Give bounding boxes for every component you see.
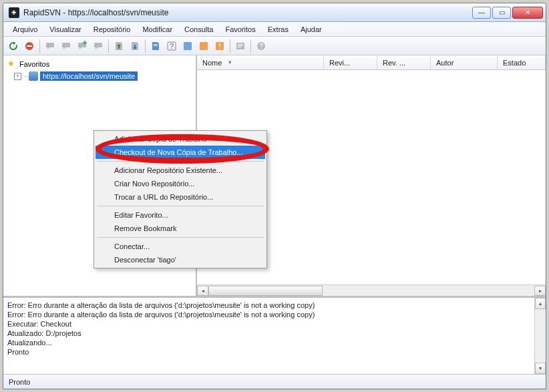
tree-node-label[interactable]: https://localhost/svn/meusite <box>40 71 138 81</box>
add-comment-icon[interactable] <box>75 39 89 53</box>
list-header: Nome Revi... Rev. ... Autor Estado <box>197 55 546 70</box>
horizontal-scrollbar[interactable]: ◂ ▸ <box>197 284 546 296</box>
context-separator <box>97 206 264 206</box>
top-panes: Favoritos + ⋯ https://localhost/svn/meus… <box>3 55 546 297</box>
tree-connector: ⋯ <box>24 73 27 80</box>
panel-blue-icon[interactable] <box>180 39 195 53</box>
update-icon[interactable] <box>128 39 142 53</box>
toolbar-separator <box>108 39 109 53</box>
app-window: ✚ RapidSVN - https://localhost/svn/meusi… <box>3 3 546 389</box>
ctx-remove-bookmark[interactable]: Remove Bookmark <box>96 222 265 235</box>
window-buttons: — ▭ ✕ <box>472 7 543 19</box>
commit-icon[interactable] <box>112 39 126 53</box>
props-icon[interactable] <box>233 39 248 53</box>
column-autor[interactable]: Autor <box>431 55 498 69</box>
toolbar-separator <box>145 39 146 53</box>
scroll-track[interactable] <box>535 309 546 363</box>
comment-icon[interactable] <box>43 39 57 53</box>
svg-text:?: ? <box>170 42 174 50</box>
menu-arquivo[interactable]: Arquivo <box>7 24 43 35</box>
ctx-add-working-copy[interactable]: Adicionar Cópia de Trabalho <box>96 132 265 146</box>
info-comment-icon[interactable] <box>91 39 106 53</box>
ctx-checkout-new-copy[interactable]: Checkout de Nova Cópia de Trabalho... <box>96 146 265 159</box>
log-line: Error: Erro durante a alteração da lista… <box>7 301 542 310</box>
favorites-label: Favoritos <box>19 60 49 68</box>
menu-favoritos[interactable]: Favoritos <box>220 24 260 35</box>
scroll-left-button[interactable]: ◂ <box>197 286 208 296</box>
svg-rect-12 <box>238 45 243 46</box>
content-area: Favoritos + ⋯ https://localhost/svn/meus… <box>3 55 546 374</box>
scroll-track[interactable] <box>208 286 534 296</box>
svg-rect-7 <box>200 42 208 50</box>
scroll-right-button[interactable]: ▸ <box>534 286 546 296</box>
doc-info-icon[interactable]: ? <box>164 39 179 53</box>
column-nome[interactable]: Nome <box>197 55 324 69</box>
menubar: Arquivo Visualizar Repositório Modificar… <box>3 22 546 37</box>
log-line: Error: Erro durante a alteração da lista… <box>7 310 542 319</box>
statusbar: Pronto <box>3 374 546 389</box>
comment-reply-icon[interactable] <box>59 39 73 53</box>
tree-node-repo[interactable]: + ⋯ https://localhost/svn/meusite <box>5 71 194 81</box>
scroll-up-button[interactable]: ▴ <box>535 298 546 309</box>
context-separator <box>97 161 264 162</box>
maximize-button[interactable]: ▭ <box>492 7 511 19</box>
toolbar-separator <box>230 39 230 53</box>
menu-extras[interactable]: Extras <box>262 24 294 35</box>
repo-icon <box>29 71 38 81</box>
about-icon[interactable]: ? <box>254 39 268 53</box>
context-separator <box>97 237 264 238</box>
ctx-create-new-repo[interactable]: Criar Novo Repositório... <box>96 177 265 190</box>
ctx-edit-favorite[interactable]: Editar Favorito... <box>96 208 265 222</box>
svg-text:!: ! <box>218 42 220 50</box>
toolbar-separator <box>250 39 251 53</box>
vertical-scrollbar[interactable]: ▴ ▾ <box>534 298 546 374</box>
panel-warn-icon[interactable]: ! <box>212 39 227 53</box>
menu-ajudar[interactable]: Ajudar <box>295 24 327 35</box>
menu-consulta[interactable]: Consulta <box>179 24 218 35</box>
star-icon <box>7 59 17 69</box>
refresh-icon[interactable] <box>6 39 21 53</box>
favorites-header: Favoritos <box>5 58 194 70</box>
ctx-connect[interactable]: Conectar... <box>96 240 265 253</box>
svg-rect-11 <box>238 44 243 45</box>
svg-rect-1 <box>27 45 32 47</box>
scroll-down-button[interactable]: ▾ <box>535 363 546 374</box>
doc-add-icon[interactable] <box>148 39 163 53</box>
app-icon: ✚ <box>9 7 19 18</box>
stop-icon[interactable] <box>22 39 37 53</box>
ctx-disconnect[interactable]: Desconectar 'tiago' <box>96 253 265 266</box>
panel-orange-icon[interactable] <box>196 39 211 53</box>
svg-rect-6 <box>184 42 192 50</box>
expand-icon[interactable]: + <box>14 73 21 80</box>
menu-modificar[interactable]: Modificar <box>137 24 178 35</box>
log-pane[interactable]: Error: Erro durante a alteração da lista… <box>3 297 546 374</box>
column-estado[interactable]: Estado <box>498 55 546 69</box>
minimize-button[interactable]: — <box>472 7 491 19</box>
svg-rect-2 <box>154 44 158 45</box>
ctx-add-existing-repo[interactable]: Adicionar Repositório Existente... <box>96 164 265 177</box>
log-line: Atualizado: D:/projetos <box>7 329 542 338</box>
toolbar-separator <box>39 39 40 53</box>
svg-text:?: ? <box>259 42 263 50</box>
close-button[interactable]: ✕ <box>512 7 543 19</box>
titlebar[interactable]: ✚ RapidSVN - https://localhost/svn/meusi… <box>3 3 546 22</box>
context-menu: Adicionar Cópia de Trabalho Checkout de … <box>94 130 267 268</box>
log-line: Executar: Checkout <box>7 319 542 329</box>
window-title: RapidSVN - https://localhost/svn/meusite <box>23 8 472 17</box>
menu-visualizar[interactable]: Visualizar <box>44 24 87 35</box>
log-line: Pronto <box>7 347 542 357</box>
status-text: Pronto <box>9 378 30 386</box>
ctx-change-repo-url[interactable]: Trocar a URL do Repositório... <box>96 190 265 204</box>
toolbar: ? ! ? <box>3 37 546 55</box>
column-rev[interactable]: Rev. ... <box>377 55 431 69</box>
log-line: Atualizando... <box>7 338 542 347</box>
svg-rect-13 <box>238 47 241 47</box>
column-revi[interactable]: Revi... <box>324 55 377 69</box>
scroll-thumb[interactable] <box>208 286 323 296</box>
menu-repositorio[interactable]: Repositório <box>88 24 136 35</box>
svg-rect-3 <box>154 45 158 46</box>
